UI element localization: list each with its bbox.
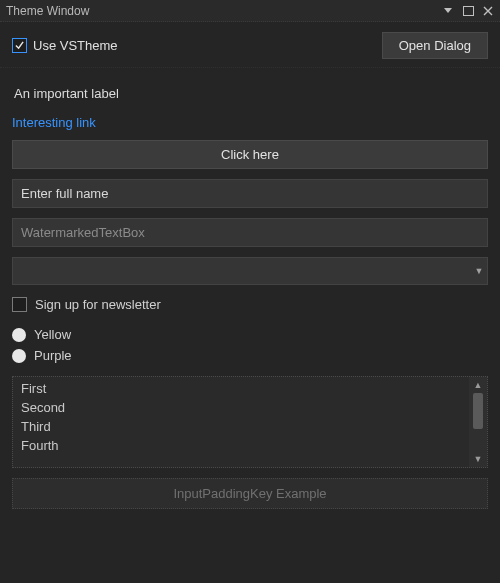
radio-yellow-label[interactable]: Yellow — [34, 327, 71, 342]
scroll-thumb[interactable] — [473, 393, 483, 429]
inputpaddingkey-button: InputPaddingKey Example — [12, 478, 488, 509]
use-vstheme-checkbox[interactable] — [12, 38, 27, 53]
fullname-input[interactable] — [12, 179, 488, 208]
list-item[interactable]: Fourth — [13, 436, 469, 455]
scrollbar[interactable]: ▲ ▼ — [469, 377, 487, 467]
titlebar: Theme Window — [0, 0, 500, 22]
important-label: An important label — [12, 80, 488, 107]
open-dialog-button[interactable]: Open Dialog — [382, 32, 488, 59]
svg-rect-0 — [463, 6, 473, 15]
window-title: Theme Window — [6, 4, 436, 18]
scroll-up-icon[interactable]: ▲ — [469, 377, 487, 393]
click-here-button[interactable]: Click here — [12, 140, 488, 169]
header-row: Use VSTheme Open Dialog — [0, 22, 500, 68]
chevron-down-icon: ▼ — [471, 258, 487, 284]
scroll-down-icon[interactable]: ▼ — [469, 451, 487, 467]
newsletter-checkbox[interactable] — [12, 297, 27, 312]
list-item[interactable]: First — [13, 379, 469, 398]
scroll-track[interactable] — [469, 393, 487, 451]
maximize-icon[interactable] — [460, 3, 476, 19]
checkmark-icon — [15, 41, 24, 50]
list-item[interactable]: Third — [13, 417, 469, 436]
combobox[interactable]: ▼ — [12, 257, 488, 285]
list-item[interactable]: Second — [13, 398, 469, 417]
form-content: An important label Interesting link Clic… — [0, 68, 500, 521]
newsletter-label[interactable]: Sign up for newsletter — [35, 297, 161, 312]
interesting-link[interactable]: Interesting link — [12, 115, 488, 130]
close-icon[interactable] — [480, 3, 496, 19]
radio-yellow[interactable] — [12, 328, 26, 342]
radio-purple-label[interactable]: Purple — [34, 348, 72, 363]
radio-purple[interactable] — [12, 349, 26, 363]
watermarked-textbox[interactable] — [12, 218, 488, 247]
use-vstheme-label[interactable]: Use VSTheme — [33, 38, 118, 53]
dropdown-icon[interactable] — [440, 3, 456, 19]
listbox[interactable]: FirstSecondThirdFourth ▲ ▼ — [12, 376, 488, 468]
listbox-items: FirstSecondThirdFourth — [13, 377, 469, 467]
